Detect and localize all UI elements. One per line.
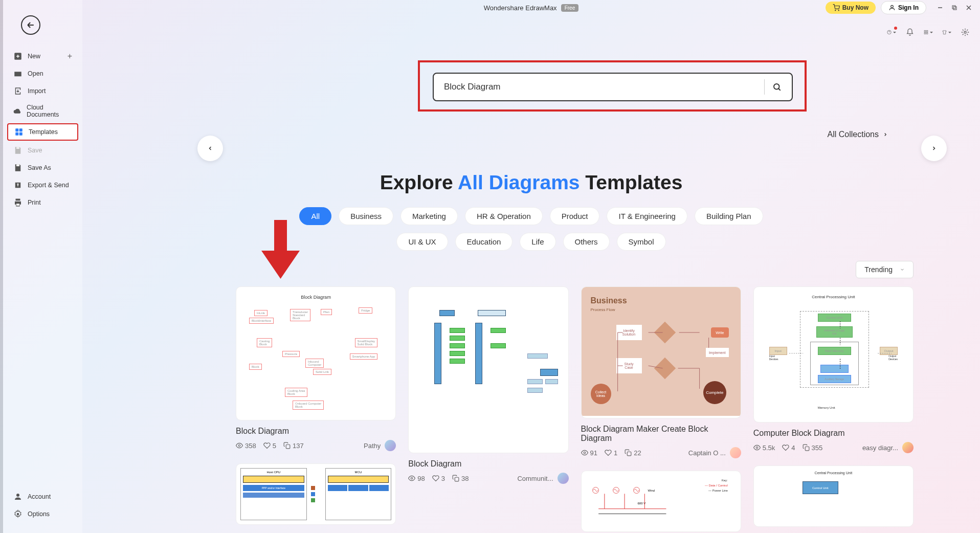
all-collections-link[interactable]: All Collections (828, 130, 888, 139)
sort-dropdown[interactable]: Trending (856, 261, 914, 278)
sidebar-item-templates[interactable]: Templates (7, 123, 78, 141)
nav-arrow-right[interactable] (921, 136, 947, 161)
category-symbol[interactable]: Symbol (617, 233, 666, 251)
sidebar-label: Print (28, 199, 41, 206)
card-title: Block Diagram (236, 427, 396, 436)
close-button[interactable] (965, 4, 972, 11)
card-stats: 358 5 137 (236, 442, 304, 450)
template-card: Block Diagram InLink BlockInterface Tran… (236, 286, 396, 532)
signin-button[interactable]: Sign In (881, 1, 926, 14)
heading-part2: All Diagrams (458, 171, 580, 193)
sidebar-label: Open (28, 70, 43, 77)
sidebar-label: Account (28, 493, 51, 500)
svg-point-26 (584, 452, 586, 454)
category-it[interactable]: IT & Engineering (607, 207, 687, 225)
sidebar: New + Open Import Cloud Documents Templa… (3, 0, 82, 533)
plus-square-icon (13, 52, 23, 61)
titlebar: Wondershare EdrawMax Free Buy Now Sign I… (82, 0, 980, 15)
template-thumbnail[interactable]: Block Diagram InLink BlockInterface Tran… (236, 286, 396, 420)
sidebar-item-import[interactable]: Import (3, 82, 82, 100)
free-badge: Free (561, 4, 579, 12)
card-stats: 98 3 38 (408, 475, 469, 482)
divider (764, 79, 765, 95)
sidebar-label: Save As (28, 164, 51, 171)
saveas-icon (13, 163, 23, 172)
avatar (385, 440, 396, 451)
back-button[interactable] (21, 15, 40, 35)
category-hr[interactable]: HR & Operation (465, 207, 543, 225)
category-life[interactable]: Life (520, 233, 555, 251)
minimize-button[interactable] (937, 4, 944, 11)
sidebar-item-open[interactable]: Open (3, 65, 82, 82)
card-author[interactable]: Pathy (364, 440, 396, 451)
avatar (902, 442, 914, 453)
template-thumbnail[interactable]: Host CPU PPP and/or Interface MCU (236, 463, 396, 525)
red-arrow-annotation (261, 220, 300, 279)
import-icon (13, 86, 23, 96)
sidebar-item-export[interactable]: Export & Send (3, 176, 82, 194)
sidebar-item-print[interactable]: Print (3, 194, 82, 211)
help-icon[interactable] (887, 28, 896, 37)
svg-point-22 (238, 445, 240, 447)
svg-rect-7 (16, 204, 19, 206)
category-uiux[interactable]: UI & UX (396, 233, 448, 251)
svg-rect-27 (627, 452, 631, 456)
sidebar-label: New (28, 53, 40, 60)
category-all[interactable]: All (299, 207, 331, 225)
svg-rect-13 (952, 6, 955, 9)
svg-point-9 (17, 513, 19, 516)
svg-point-20 (964, 31, 966, 33)
category-product[interactable]: Product (550, 207, 600, 225)
sidebar-label: Import (28, 87, 46, 95)
sidebar-item-account[interactable]: Account (3, 488, 82, 505)
card-title: Block Diagram Maker Create Block Diagram (581, 425, 741, 443)
thumb-title: Central Processing Unit (762, 295, 905, 299)
template-thumbnail[interactable]: Business Process Flow IdentifySolution W… (581, 286, 741, 418)
sidebar-label: Export & Send (28, 182, 69, 189)
card-title: Block Diagram (408, 459, 568, 469)
sidebar-item-options[interactable]: Options (3, 505, 82, 523)
plus-icon[interactable]: + (68, 52, 72, 61)
sidebar-item-saveas[interactable]: Save As (3, 159, 82, 176)
search-icon[interactable] (772, 82, 782, 92)
search-input[interactable] (444, 82, 756, 92)
folder-icon (13, 69, 23, 78)
sidebar-item-new[interactable]: New + (3, 48, 82, 65)
category-education[interactable]: Education (455, 233, 513, 251)
shirt-icon[interactable] (942, 28, 951, 37)
sidebar-label: Cloud Documents (27, 104, 72, 118)
bell-icon[interactable] (905, 28, 915, 37)
sidebar-item-cloud[interactable]: Cloud Documents (3, 100, 82, 122)
main-content: Wondershare EdrawMax Free Buy Now Sign I… (82, 0, 980, 533)
buy-now-button[interactable]: Buy Now (826, 2, 876, 14)
svg-rect-2 (19, 128, 23, 131)
template-card-lower: Host CPU PPP and/or Interface MCU (236, 463, 396, 525)
template-thumbnail[interactable]: Central Processing Unit Control Unit Ari… (753, 286, 914, 423)
template-thumbnail[interactable]: Key: — Data / Control — Power Line Wind … (581, 471, 741, 532)
template-card-lower: Central Processing Unit Control Unit (753, 465, 914, 527)
settings-icon[interactable] (961, 28, 970, 37)
svg-rect-17 (926, 31, 928, 32)
toolbar-right (887, 28, 970, 37)
svg-rect-16 (924, 31, 926, 32)
category-marketing[interactable]: Marketing (400, 207, 458, 225)
keyboard-icon[interactable] (924, 28, 933, 37)
export-icon (13, 181, 23, 190)
category-others[interactable]: Others (563, 233, 610, 251)
card-author[interactable]: easy diagr... (862, 442, 914, 453)
cloud-icon (13, 106, 21, 116)
svg-rect-14 (953, 7, 956, 10)
thumb-header: Business (591, 296, 731, 305)
page-heading: Explore All Diagrams Templates (82, 171, 980, 194)
template-thumbnail[interactable] (408, 286, 568, 453)
card-author[interactable]: Captain O ... (688, 447, 741, 458)
template-thumbnail[interactable]: Central Processing Unit Control Unit (753, 465, 914, 527)
category-building[interactable]: Building Plan (695, 207, 763, 225)
maximize-button[interactable] (951, 4, 958, 11)
card-author[interactable]: Communit... (517, 473, 568, 484)
heading-part1: Explore (380, 171, 458, 193)
svg-rect-3 (15, 132, 18, 136)
card-title: Computer Block Diagram (753, 429, 914, 438)
nav-arrow-left[interactable] (197, 136, 223, 161)
category-business[interactable]: Business (339, 207, 393, 225)
